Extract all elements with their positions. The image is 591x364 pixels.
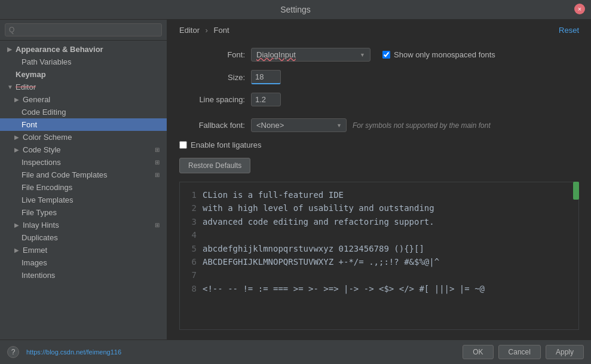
fallback-select[interactable]: <None>: [251, 118, 347, 132]
sidebar-item-live-templates[interactable]: Live Templates: [0, 194, 167, 206]
ligatures-label[interactable]: Enable font ligatures: [191, 140, 262, 149]
restore-defaults-row: Restore Defaults: [179, 158, 579, 173]
line-number: 1: [188, 188, 197, 201]
sidebar-item-label: Images: [22, 258, 47, 267]
preview-line: 5abcdefghijklmnopqrstuvwxyz 0123456789 (…: [188, 242, 570, 255]
sidebar-item-file-code-templates[interactable]: File and Code Templates ⊞: [0, 169, 167, 181]
sidebar-item-inspections[interactable]: Inspections ⊞: [0, 156, 167, 169]
sidebar-item-label: File Types: [22, 208, 57, 217]
line-number: 6: [188, 255, 197, 268]
search-input[interactable]: [5, 23, 162, 36]
sidebar-item-label: Intentions: [22, 271, 55, 280]
breadcrumb-parent: Editor: [179, 26, 200, 35]
line-text: with a high level of usability and outst…: [203, 203, 434, 213]
line-number: 3: [188, 215, 197, 228]
restore-defaults-button[interactable]: Restore Defaults: [179, 158, 250, 173]
arrow-icon: [7, 84, 13, 90]
sidebar-item-label: Inspections: [22, 158, 61, 167]
line-text: <!-- -- != := === >= >- >=> |-> -> <$> <…: [203, 284, 485, 293]
copy-icon: ⊞: [155, 159, 160, 166]
sidebar-item-label: File and Code Templates: [22, 170, 108, 179]
arrow-icon: [14, 96, 20, 103]
line-spacing-label: Line spacing:: [179, 95, 245, 104]
sidebar-item-file-encodings[interactable]: File Encodings: [0, 181, 167, 194]
arrow-icon: [14, 134, 20, 140]
font-label: Font:: [179, 50, 245, 59]
sidebar-item-editor[interactable]: Editor: [0, 81, 167, 93]
url-hint: https://blog.csdn.net/feimeng116: [26, 348, 121, 356]
preview-line: 1CLion is a full-featured IDE: [188, 188, 570, 201]
sidebar-item-label: Emmet: [23, 246, 47, 255]
action-buttons: OK Cancel Apply: [463, 345, 584, 359]
line-number: 5: [188, 242, 197, 255]
sidebar-item-color-scheme[interactable]: Color Scheme: [0, 131, 167, 143]
line-spacing-row: Line spacing:: [179, 93, 579, 106]
line-text: ABCDEFGHIJKLMNOPQRSTUVWXYZ +-*/= .,;:!? …: [203, 257, 439, 267]
help-icon: ?: [11, 348, 16, 356]
sidebar-item-label: Live Templates: [22, 195, 73, 204]
sidebar-item-code-style[interactable]: Code Style ⊞: [0, 143, 167, 156]
arrow-icon: [14, 247, 20, 253]
preview-line: 7: [188, 268, 570, 282]
sidebar-item-file-types[interactable]: File Types: [0, 206, 167, 219]
sidebar-item-images[interactable]: Images: [0, 256, 167, 269]
preview-line: 4: [188, 228, 570, 241]
sidebar-item-intentions[interactable]: Intentions: [0, 269, 167, 282]
content-area: Editor › Font Reset Font: DialogInput ▼: [167, 20, 591, 339]
sidebar-item-label: Keymap: [16, 70, 46, 79]
arrow-icon: [14, 146, 20, 153]
ligatures-row: Enable font ligatures: [179, 140, 579, 149]
sidebar-item-general[interactable]: General: [0, 93, 167, 106]
sidebar-item-duplicates[interactable]: Duplicates: [0, 231, 167, 244]
title-bar: Settings ×: [0, 0, 591, 20]
breadcrumb: Editor › Font: [179, 26, 229, 35]
sidebar-item-code-editing[interactable]: Code Editing: [0, 106, 167, 118]
help-button[interactable]: ?: [7, 346, 19, 358]
sidebar-item-label: Duplicates: [22, 233, 58, 242]
content-body: Font: DialogInput ▼ Show only monospaced…: [167, 38, 591, 339]
reset-link[interactable]: Reset: [559, 26, 579, 35]
size-input[interactable]: [251, 70, 281, 84]
sidebar-item-label: Inlay Hints: [23, 221, 59, 230]
sidebar-item-label: General: [23, 95, 50, 104]
scroll-indicator: [573, 182, 579, 200]
font-selector[interactable]: DialogInput ▼: [251, 48, 370, 62]
line-number: 7: [188, 268, 197, 282]
sidebar-item-font[interactable]: Font: [0, 118, 167, 131]
cancel-button[interactable]: Cancel: [498, 345, 541, 359]
sidebar-item-label: Code Editing: [22, 108, 66, 117]
sidebar-item-label: Code Style: [23, 145, 61, 154]
arrow-icon: [14, 222, 20, 228]
copy-icon: ⊞: [155, 146, 160, 153]
line-text: advanced code editing and refactoring su…: [203, 217, 434, 227]
sidebar-item-label: Color Scheme: [23, 133, 72, 142]
apply-button[interactable]: Apply: [546, 345, 584, 359]
bottom-bar: ? https://blog.csdn.net/feimeng116 OK Ca…: [0, 339, 591, 364]
monospaced-checkbox[interactable]: [382, 51, 390, 59]
preview-line: 2with a high level of usability and outs…: [188, 201, 570, 215]
sidebar-item-label: Path Variables: [22, 57, 72, 66]
ok-button[interactable]: OK: [463, 345, 493, 359]
sidebar-item-emmet[interactable]: Emmet: [0, 244, 167, 256]
sidebar-item-label: Editor: [16, 82, 36, 91]
preview-line: 8<!-- -- != := === >= >- >=> |-> -> <$> …: [188, 282, 570, 295]
sidebar-item-keymap[interactable]: Keymap: [0, 68, 167, 81]
line-number: 4: [188, 228, 197, 241]
line-text: abcdefghijklmnopqrstuvwxyz 0123456789 ()…: [203, 244, 424, 253]
sidebar-item-label: Font: [22, 120, 37, 129]
sidebar-item-appearance-behavior[interactable]: Appearance & Behavior: [0, 43, 167, 56]
sidebar-item-label: File Encodings: [22, 183, 72, 192]
line-text: CLion is a full-featured IDE: [203, 190, 344, 200]
line-number: 8: [188, 282, 197, 295]
close-button[interactable]: ×: [574, 4, 585, 14]
sidebar-item-path-variables[interactable]: Path Variables: [0, 56, 167, 68]
monospaced-label[interactable]: Show only monospaced fonts: [394, 50, 495, 59]
copy-icon: ⊞: [155, 222, 160, 228]
ligatures-checkbox[interactable]: [179, 141, 187, 149]
line-spacing-input[interactable]: [251, 93, 281, 106]
sidebar-item-inlay-hints[interactable]: Inlay Hints ⊞: [0, 219, 167, 231]
breadcrumb-separator: ›: [206, 26, 208, 35]
sidebar-item-label: Appearance & Behavior: [16, 45, 103, 54]
search-area: [0, 20, 167, 41]
dropdown-arrow-icon: ▼: [360, 52, 365, 58]
